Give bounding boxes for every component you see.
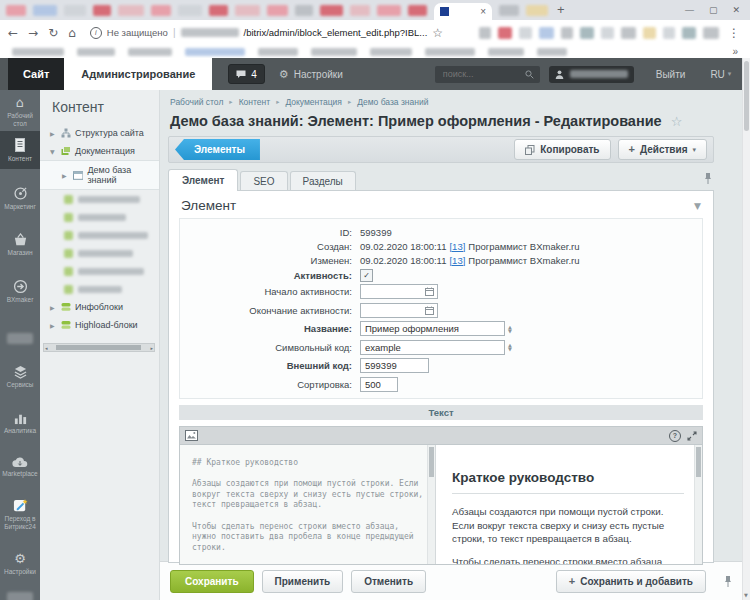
extension-icon[interactable]	[519, 27, 532, 39]
language-selector[interactable]: RU ▾	[710, 69, 731, 80]
info-icon[interactable]: i	[90, 27, 102, 39]
code-input[interactable]	[360, 340, 505, 355]
tab-sections[interactable]: Разделы	[290, 171, 356, 191]
browser-active-tab[interactable]: ×	[434, 3, 492, 20]
rail-item-bitrix24[interactable]: Переход в Битрикс24	[0, 498, 40, 530]
search-icon[interactable]	[525, 70, 534, 79]
browser-tab[interactable]	[320, 5, 343, 16]
modified-user-id-link[interactable]: [13]	[449, 255, 465, 266]
bookmark-item[interactable]	[128, 48, 172, 56]
copy-button[interactable]: Копировать	[514, 139, 610, 160]
editor-help-icon[interactable]: ?	[669, 430, 681, 442]
elements-back-button[interactable]: Элементы	[175, 139, 260, 160]
scroll-down-icon[interactable]: ▼	[744, 592, 748, 598]
expand-arrow-icon[interactable]: ▶	[50, 304, 57, 311]
extension-icon[interactable]	[643, 27, 656, 39]
bookmark-item[interactable]	[537, 48, 567, 56]
extension-icon[interactable]	[479, 27, 491, 39]
scroll-right-icon[interactable]: ▸	[149, 345, 154, 351]
scrollbar-thumb[interactable]	[696, 447, 701, 477]
expand-arrow-icon[interactable]: ▶	[62, 172, 69, 179]
source-scrollbar[interactable]	[427, 445, 435, 564]
scroll-left-icon[interactable]: ◂	[44, 345, 49, 351]
browser-tab[interactable]	[178, 5, 202, 16]
markdown-source-pane[interactable]: ## Краткое руководство Абзацы создаются …	[180, 445, 436, 564]
breadcrumb-link[interactable]: Контент	[239, 97, 271, 107]
window-minimize-icon[interactable]: —	[685, 5, 694, 15]
rail-item-desktop[interactable]: ⌂ Рабочий стол	[0, 96, 40, 127]
save-and-add-button[interactable]: + Сохранить и добавить	[556, 570, 706, 593]
browser-tab[interactable]	[377, 5, 401, 16]
pin-footer-icon[interactable]	[724, 575, 732, 588]
browser-tab[interactable]	[209, 5, 228, 16]
forward-icon[interactable]: →	[28, 26, 38, 40]
bookmark-item[interactable]	[12, 48, 64, 56]
extension-icon[interactable]	[621, 27, 636, 39]
name-input[interactable]	[360, 321, 505, 336]
tab-element[interactable]: Элемент	[168, 169, 238, 191]
rail-item-analytics[interactable]: Аналитика	[0, 411, 40, 435]
rail-item-redacted[interactable]	[7, 592, 33, 600]
rail-item-marketplace[interactable]: Marketplace	[0, 456, 40, 478]
browser-tab[interactable]	[33, 5, 57, 16]
bookmark-star-icon[interactable]: ☆	[432, 26, 443, 40]
tree-item-redacted[interactable]	[40, 190, 159, 208]
bookmarks-overflow-icon[interactable]: »	[732, 46, 738, 57]
browser-tab[interactable]	[408, 5, 427, 16]
extension-icon[interactable]	[580, 27, 594, 39]
home-nav-icon[interactable]: ⌂	[68, 26, 76, 40]
scrollbar-thumb[interactable]	[56, 345, 142, 350]
breadcrumb-link[interactable]: Документация	[285, 97, 342, 107]
browser-menu-icon[interactable]: ⋮	[726, 26, 742, 40]
logout-link[interactable]: Выйти	[656, 69, 686, 80]
insert-image-icon[interactable]	[185, 430, 198, 441]
browser-tab[interactable]	[295, 5, 313, 16]
tree-item-redacted[interactable]	[40, 226, 159, 244]
tab-close-icon[interactable]: ×	[480, 7, 486, 17]
back-icon[interactable]: ←	[8, 26, 18, 40]
rail-item-settings[interactable]: ⚙ Настройки	[0, 552, 40, 576]
browser-tab[interactable]	[64, 5, 86, 16]
scrollbar-thumb[interactable]	[429, 447, 434, 477]
rail-item-bxmaker[interactable]: BXmaker	[0, 279, 40, 304]
bookmark-item[interactable]	[425, 48, 475, 56]
new-tab-button[interactable]: +	[557, 2, 565, 17]
tree-item-site-structure[interactable]: ▶ Структура сайта	[40, 124, 159, 142]
favorite-star-icon[interactable]: ☆	[671, 114, 683, 129]
rail-item-content[interactable]: Контент	[0, 131, 40, 169]
translit-toggle[interactable]: ▲▼	[508, 325, 512, 333]
browser-tab[interactable]	[151, 5, 171, 16]
bookmark-item[interactable]	[370, 48, 412, 56]
bookmark-item[interactable]	[311, 48, 357, 56]
extension-icon[interactable]	[663, 27, 675, 39]
extension-icon[interactable]	[601, 27, 614, 39]
pin-form-icon[interactable]	[704, 172, 712, 185]
url-field[interactable]: i Не защищено | /bitrix/admin/iblock_ele…	[90, 26, 443, 40]
tree-item-highload-blocks[interactable]: ▶ Highload-блоки	[40, 316, 159, 334]
extension-icon[interactable]	[682, 27, 696, 39]
created-user-id-link[interactable]: [13]	[449, 241, 465, 252]
search-input[interactable]	[441, 68, 525, 80]
tree-item-documentation[interactable]: ▼ Документация	[40, 142, 159, 160]
bookmark-item[interactable]	[77, 48, 115, 56]
browser-tab[interactable]	[6, 5, 26, 16]
section-collapse-icon[interactable]: ▼	[694, 201, 701, 211]
external-code-input[interactable]	[360, 358, 429, 373]
expand-arrow-icon[interactable]: ▶	[50, 322, 57, 329]
cancel-button[interactable]: Отменить	[351, 570, 426, 593]
browser-scrollbar[interactable]: ▼	[742, 58, 750, 600]
browser-tab[interactable]	[118, 5, 144, 16]
sort-input[interactable]	[360, 377, 398, 392]
browser-tab[interactable]	[499, 5, 519, 16]
tree-item-infoblocks[interactable]: ▶ Инфоблоки	[40, 298, 159, 316]
expand-arrow-icon[interactable]: ▶	[50, 130, 57, 137]
tree-item-redacted[interactable]	[40, 262, 159, 280]
extension-icon[interactable]	[498, 27, 512, 39]
reload-icon[interactable]: ↻	[48, 26, 58, 40]
apply-button[interactable]: Применить	[262, 570, 344, 593]
browser-tab[interactable]	[526, 5, 548, 16]
tree-item-redacted[interactable]	[40, 208, 159, 226]
collapse-arrow-icon[interactable]: ▼	[50, 148, 57, 155]
rail-item-shop[interactable]: Магазин	[0, 233, 40, 257]
active-checkbox[interactable]: ✓	[360, 269, 373, 282]
